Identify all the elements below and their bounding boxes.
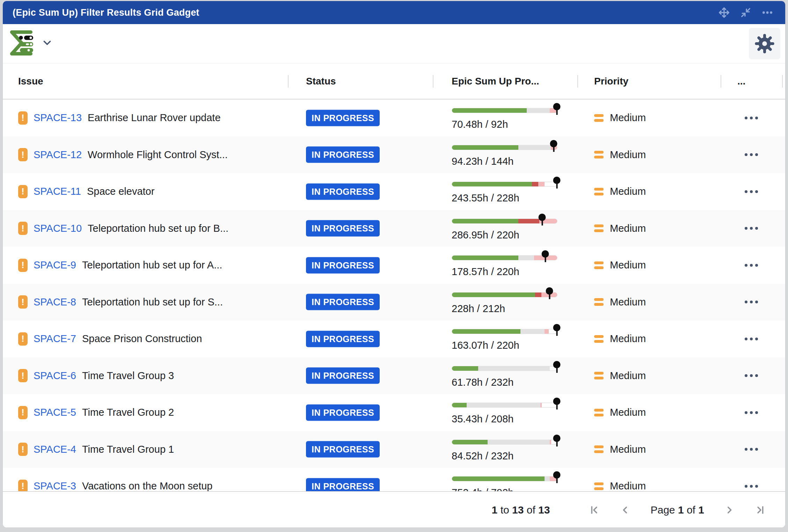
progress-hours-label: 61.78h / 232h: [452, 377, 557, 388]
settings-button[interactable]: [749, 28, 780, 59]
progress-segment-green: [452, 145, 518, 150]
priority-bar: [594, 487, 604, 490]
issue-key-link[interactable]: SPACE-3: [34, 480, 76, 491]
ellipsis-dot: [755, 338, 758, 340]
row-actions-button[interactable]: [745, 485, 758, 488]
issue-summary: Wormhole Flight Control Syst...: [88, 149, 228, 161]
priority-bar: [594, 298, 604, 301]
priority-cell: Medium: [594, 210, 646, 247]
row-actions-button[interactable]: [745, 264, 758, 267]
status-cell: IN PROGRESS: [306, 220, 380, 237]
progress-segment-green: [452, 440, 488, 444]
issue-summary: Teleportation hub set up for S...: [82, 296, 223, 308]
progress-cell: 35.43h / 208h: [452, 402, 557, 425]
column-header-status[interactable]: Status: [306, 64, 336, 99]
issue-type-warning-icon: !: [18, 369, 28, 382]
issue-key-link[interactable]: SPACE-13: [34, 112, 82, 124]
progress-segment-gray: [520, 329, 545, 334]
last-page-icon[interactable]: [754, 504, 766, 516]
estimate-pin-marker: [553, 324, 561, 336]
row-actions-button[interactable]: [745, 227, 758, 230]
issue-type-warning-icon: !: [18, 259, 28, 272]
issue-cell: !SPACE-7Space Prison Construction: [18, 320, 202, 357]
progress-cell: 94.23h / 144h: [452, 145, 557, 167]
collapse-icon[interactable]: [740, 7, 752, 19]
row-actions-button[interactable]: [745, 153, 758, 156]
row-actions-button[interactable]: [745, 374, 758, 377]
priority-cell: Medium: [594, 173, 646, 210]
status-cell: IN PROGRESS: [306, 368, 380, 384]
issue-type-warning-icon: !: [18, 480, 28, 491]
table-row: !SPACE-9Teleportation hub set up for A..…: [3, 247, 785, 284]
priority-bar: [594, 224, 604, 227]
column-header-issue[interactable]: Issue: [18, 64, 43, 99]
chevron-down-icon[interactable]: [43, 40, 51, 47]
move-icon[interactable]: [718, 7, 730, 19]
progress-segment-gray: [545, 476, 550, 481]
progress-segment-green: [452, 293, 535, 297]
issue-type-warning-icon: !: [18, 443, 28, 456]
progress-segments: [452, 182, 557, 186]
progress-segments: [452, 293, 557, 297]
first-page-icon[interactable]: [589, 504, 600, 516]
issue-key-link[interactable]: SPACE-5: [34, 407, 76, 418]
page-current: 1: [678, 504, 684, 516]
next-page-icon[interactable]: [724, 504, 735, 516]
priority-label: Medium: [610, 333, 646, 345]
priority-cell: Medium: [594, 431, 646, 468]
ellipsis-dot: [745, 485, 747, 488]
row-actions-button[interactable]: [745, 301, 758, 303]
row-actions-button[interactable]: [745, 338, 758, 340]
column-separator: [433, 75, 433, 88]
row-actions-button[interactable]: [745, 411, 758, 414]
priority-label: Medium: [610, 149, 646, 161]
issue-key-link[interactable]: SPACE-11: [34, 186, 81, 197]
row-actions-button[interactable]: [745, 190, 758, 193]
issue-key-link[interactable]: SPACE-9: [34, 259, 76, 271]
issue-key-link[interactable]: SPACE-4: [34, 444, 76, 455]
issue-key-link[interactable]: SPACE-10: [34, 223, 82, 234]
progress-segment-gray: [478, 366, 550, 371]
page-total: 1: [698, 504, 704, 516]
table-row: !SPACE-3Vacations on the Moon setupIN PR…: [3, 468, 785, 491]
issue-key-link[interactable]: SPACE-7: [34, 333, 76, 345]
row-actions-button[interactable]: [745, 448, 758, 451]
prev-page-icon[interactable]: [620, 504, 631, 516]
progress-cell: 243.55h / 228h: [452, 182, 557, 204]
gadget-titlebar: (Epic Sum Up) Filter Results Grid Gadget: [3, 1, 785, 24]
row-actions-button[interactable]: [745, 117, 758, 119]
priority-medium-icon: [594, 151, 604, 158]
issue-key-link[interactable]: SPACE-8: [34, 296, 76, 308]
range-to: 13: [512, 504, 524, 516]
progress-segment-red: [532, 182, 538, 186]
column-header-more[interactable]: ...: [737, 64, 745, 99]
range-from: 1: [492, 504, 498, 516]
issue-key-link[interactable]: SPACE-12: [34, 149, 82, 161]
progress-segment-green: [452, 219, 518, 223]
status-cell: IN PROGRESS: [306, 183, 380, 200]
pagination-range: 1 to 13 of 13: [492, 504, 550, 516]
pagination-bar: 1 to 13 of 13 Page 1 of 1: [3, 491, 785, 528]
ellipsis-dot: [750, 227, 753, 230]
issue-cell: !SPACE-6Time Travel Group 3: [18, 357, 174, 394]
progress-track: [452, 255, 557, 260]
issue-type-warning-icon: !: [18, 185, 28, 198]
range-total: 13: [538, 504, 550, 516]
priority-bar: [594, 372, 604, 375]
progress-cell: 178.57h / 220h: [452, 255, 557, 278]
ellipsis-dot: [755, 301, 758, 303]
priority-label: Medium: [610, 407, 646, 418]
ellipsis-dot: [750, 264, 753, 267]
issue-key-link[interactable]: SPACE-6: [34, 370, 76, 382]
ellipsis-dot: [745, 301, 747, 303]
pin-stem: [556, 404, 557, 409]
column-header-epic-sum-up-progress[interactable]: Epic Sum Up Pro...: [452, 64, 539, 99]
progress-hours-label: 70.48h / 92h: [452, 119, 557, 130]
more-icon[interactable]: [761, 7, 773, 19]
progress-cell: 163.07h / 220h: [452, 329, 557, 351]
ellipsis-dot: [750, 411, 753, 414]
column-header-priority[interactable]: Priority: [594, 64, 628, 99]
priority-medium-icon: [594, 188, 604, 195]
pin-stem: [556, 367, 557, 373]
table-body: !SPACE-13Earthrise Lunar Rover updateIN …: [3, 99, 785, 491]
